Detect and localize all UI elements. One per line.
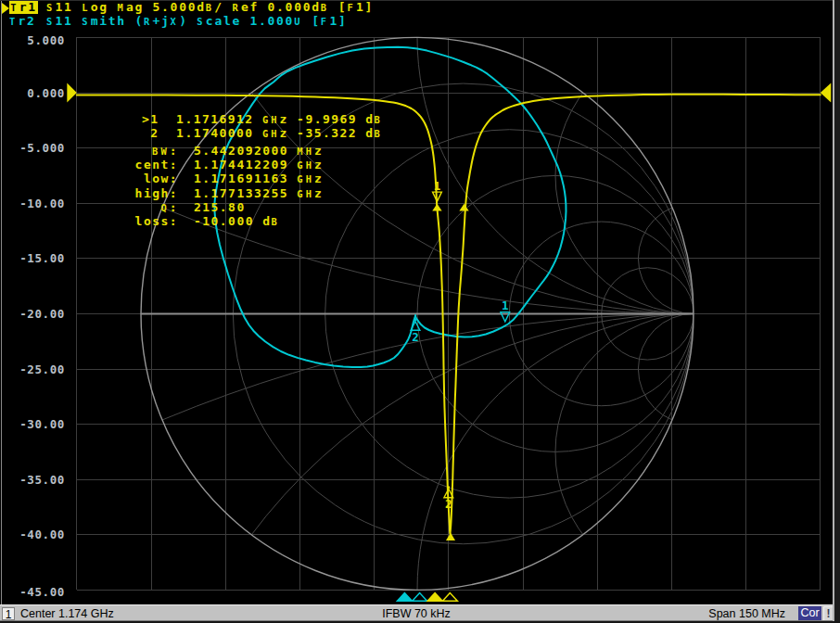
marker-readout: >1 1.1716912 GHz -9.9969 dB 2 1.1740000 …	[142, 113, 383, 140]
trace2-detail: S11 Smith (R+jX) Scale 1.000U [F1]	[46, 15, 347, 28]
bw-readout-row: loss:-10.000 dB	[0, 214, 323, 228]
trace-marker-number: 1	[502, 299, 509, 312]
bandwidth-cutoff-marker	[432, 204, 441, 211]
bw-row-value: 1.171691163 GHz	[194, 172, 323, 186]
trace-marker-number: 2	[412, 330, 419, 344]
trace1-detail: S11 Log Mag 5.000dB/ Ref 0.000dB [F1]	[46, 1, 374, 14]
stimulus-marker[interactable]	[442, 593, 457, 602]
smith-chart-grid	[0, 0, 840, 623]
stimulus-marker[interactable]	[413, 593, 427, 602]
y-axis-label: -15.00	[0, 252, 65, 264]
measurement-plot: 1212	[0, 0, 840, 623]
correction-status-badge: Cor	[798, 606, 821, 620]
trace1-badge: Tr1	[9, 1, 38, 14]
y-axis-label: 5.000	[0, 34, 65, 46]
y-axis-label: -30.00	[0, 418, 65, 430]
status-span[interactable]: Span 150 MHz	[708, 607, 785, 621]
vna-screen: 1212 Tr1 S11 Log Mag 5.000dB/ Ref 0.000d…	[0, 0, 840, 623]
bw-row-value: 5.442092000 MHz	[194, 144, 323, 159]
bw-row-value: 1.174412209 GHz	[194, 158, 323, 172]
bandwidth-center-marker	[446, 533, 455, 540]
trace-marker-number: 1	[434, 179, 441, 193]
trace-marker-number: 2	[445, 497, 452, 511]
y-axis-label: -45.00	[0, 586, 65, 598]
bw-readout-row: low:1.171691163 GHz	[0, 172, 323, 185]
screen-top-bezel	[0, 0, 840, 1]
active-trace-arrow-icon	[2, 3, 9, 14]
y-axis-label: -25.00	[0, 363, 65, 375]
screen-right-margin	[834, 0, 840, 623]
screen-right-bezel	[833, 0, 834, 623]
alert-badge[interactable]: !	[823, 606, 833, 620]
bw-row-label: cent:	[0, 158, 178, 172]
bandwidth-readout: BW:5.442092000 MHzcent:1.174412209 GHzlo…	[0, 144, 323, 229]
reference-level-arrow-left[interactable]	[67, 83, 77, 103]
y-axis-label: -20.00	[0, 308, 65, 320]
trace2-label: Tr2	[9, 15, 36, 28]
screen-left-bezel	[1, 0, 2, 605]
bw-row-label: loss:	[0, 214, 178, 228]
bw-readout-row: cent:1.174412209 GHz	[0, 158, 323, 172]
stimulus-marker[interactable]	[397, 593, 412, 602]
y-axis-label: -40.00	[0, 528, 65, 540]
status-bar: 1 Center 1.174 GHz IFBW 70 kHz Span 150 …	[0, 604, 833, 621]
marker1-readout-line: >1 1.1716912 GHz -9.9969 dB	[142, 113, 383, 127]
y-axis-label: -10.00	[0, 197, 65, 210]
bw-row-label: low:	[0, 172, 178, 185]
reference-level-arrow-right[interactable]	[821, 83, 832, 103]
status-ifbw[interactable]: IFBW 70 kHz	[0, 607, 833, 621]
bw-row-value: -10.000 dB	[194, 214, 280, 229]
y-axis-label: -35.00	[0, 474, 65, 486]
marker2-readout-line: 2 1.1740000 GHz -35.322 dB	[142, 127, 383, 141]
bw-row-value: 215.80	[194, 200, 246, 214]
y-axis-label: 0.000	[0, 87, 65, 99]
y-axis-label: -5.000	[0, 142, 65, 154]
bw-row-value: 1.177133255 GHz	[194, 186, 323, 201]
stimulus-marker[interactable]	[427, 593, 442, 602]
